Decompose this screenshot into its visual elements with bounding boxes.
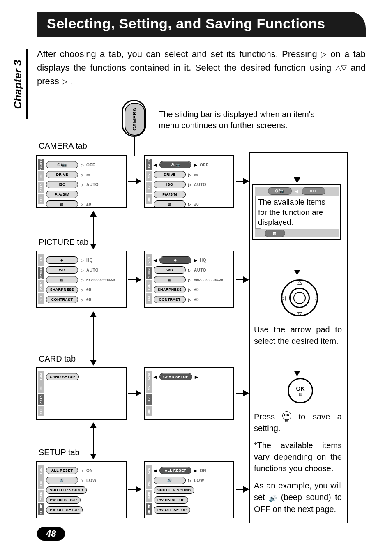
setup-tab-label: SETUP tab: [39, 448, 80, 457]
arrow-icon: [128, 181, 141, 182]
updown-arrow-icon: [93, 423, 94, 459]
arrow-icon: [236, 181, 248, 182]
zoom-note: The sliding bar is displayed when an ite…: [159, 109, 315, 131]
arrow-icon: [236, 279, 248, 280]
card-panel-1: CAM PIC CARD SET CARD SETUP: [36, 367, 127, 420]
example-note: As an example, you will set 🔊 (beep soun…: [254, 480, 342, 515]
vary-note: *The available items vary depending on t…: [254, 440, 342, 474]
page-title-bar: Selecting, Setting, and Saving Functions: [37, 12, 366, 37]
right-arrow-icon: ▷: [321, 49, 327, 60]
ok-inline-icon: OK▤: [282, 411, 291, 420]
ok-button-icon: OK ▤: [288, 378, 313, 403]
right-arrow-icon: ▷: [62, 76, 67, 87]
intro-paragraph: After choosing a tab, you can select and…: [37, 47, 366, 88]
arrow-icon: [128, 393, 141, 394]
picture-panel-1: CAM PICTURE CARD SET ◈▷HQ WB▷AUTO ▧▷RED○…: [36, 251, 127, 308]
arrow-pad-icon: △▽◁▷: [281, 279, 318, 316]
camera-tab-label: CAMERA tab: [39, 141, 87, 151]
detail-panel: SET ⏱/📷 ◀ OFF The available items for th…: [252, 184, 341, 240]
chapter-label: Chapter 3: [12, 60, 25, 109]
camera-panel-1: CAMERA PIC CARD SET ⏱/📷▷OFF DRIVE▷▭ ISO▷…: [36, 155, 127, 208]
camera-tab-zoom: CAMERA: [122, 100, 146, 137]
down-arrow-icon: [297, 160, 297, 182]
up-arrow-icon: △: [335, 62, 341, 74]
setup-panel-1: CAM PIC CARD SETUP ALL RESET▷ON 🔊▷LOW SH…: [36, 461, 127, 518]
page-number: 48: [37, 527, 65, 541]
down-arrow-icon: ▽: [341, 62, 347, 74]
arrow-icon: [128, 489, 141, 490]
picture-tab-label: PICTURE tab: [39, 237, 88, 247]
card-tab-label: CARD tab: [39, 354, 76, 364]
arrowpad-text: Use the arrow pad to select the desired …: [254, 324, 342, 347]
arrow-icon: [236, 489, 248, 490]
available-items-note: The available items for the function are…: [256, 196, 337, 228]
down-arrow-icon: [297, 351, 297, 376]
picture-panel-2: CAM PICTURE CARD SET ◀◈▶HQ WB▷AUTO ▧▷RED…: [144, 251, 234, 308]
card-panel-2: CAM PIC CARD SET ◀CARD SETUP▶: [144, 367, 234, 420]
updown-arrow-icon: [93, 312, 94, 365]
down-arrow-icon: [297, 242, 297, 274]
page-title: Selecting, Setting, and Saving Functions: [47, 16, 356, 32]
setup-panel-2: CAM PIC CARD SETUP ◀ALL RESET▶ON 🔊▷LOW S…: [144, 461, 234, 518]
updown-arrow-icon: [93, 212, 94, 249]
chapter-tab: Chapter 3: [10, 49, 28, 119]
arrow-icon: [128, 279, 141, 280]
arrow-icon: [236, 393, 248, 394]
press-ok-text: Press OK▤ to save a setting.: [254, 411, 342, 434]
speaker-icon: 🔊: [269, 494, 277, 503]
camera-panel-2: CAMERA PIC CARD SET ◀⏱/📷▶OFF DRIVE▷▭ ISO…: [144, 155, 234, 208]
